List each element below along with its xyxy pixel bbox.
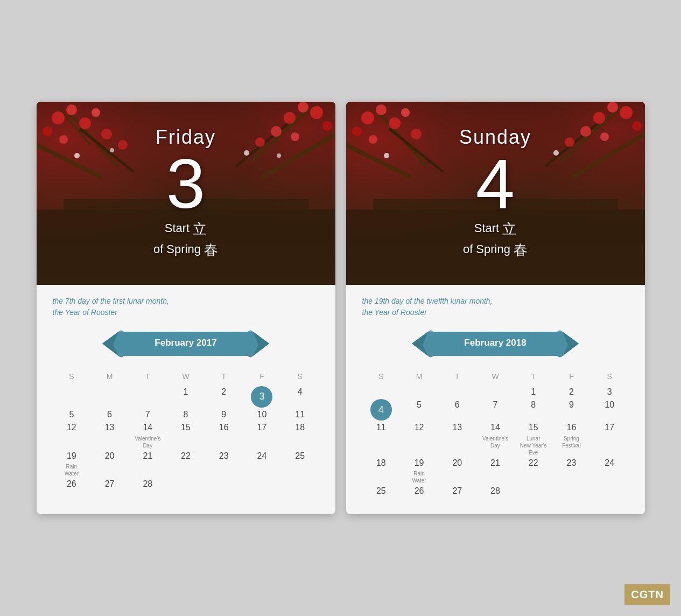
- cal-row: 25 26 27 28: [362, 485, 629, 497]
- cal-row: 1 2 3: [362, 386, 629, 398]
- lunar-text-left: the 7th day of the first lunar month,the…: [53, 296, 319, 318]
- cal-row: 5 6 7 8 9 10 11: [53, 409, 319, 421]
- highlighted-day-left: 3: [251, 386, 272, 408]
- day-number-left: 3: [166, 149, 205, 219]
- card-body-right: the 19th day of the twelfth lunar month,…: [346, 285, 645, 515]
- cal-row: 18 19 RainWater 20 21 22 23 24: [362, 457, 629, 484]
- cal-row: 1 2 3 4: [53, 386, 319, 408]
- card-header-left: Friday 3 Start 立 of Spring 春: [37, 102, 335, 285]
- lunar-text-right: the 19th day of the twelfth lunar month,…: [362, 296, 629, 318]
- cal-day-headers-left: S M T W T F S: [53, 369, 319, 383]
- cal-row: 12 13 14 Valentine'sDay 15 16 17 18: [53, 422, 319, 449]
- month-banner-left: February 2017: [53, 329, 319, 359]
- festival-text-right: Start 立 of Spring 春: [463, 219, 528, 261]
- cal-row: 4 5 6 7 8 9 10: [362, 399, 629, 421]
- month-label-right: February 2018: [464, 338, 526, 348]
- card-header-right: Sunday 4 Start 立 of Spring 春: [346, 102, 645, 285]
- month-label-left: February 2017: [155, 338, 216, 348]
- calendar-left: S M T W T F S 1 2 3: [53, 369, 319, 491]
- rain-water-label-left: RainWater: [65, 463, 79, 477]
- card-february-2017: Friday 3 Start 立 of Spring 春 the 7th day…: [37, 102, 335, 515]
- calendar-right: S M T W T F S 1 2 3: [362, 369, 629, 498]
- month-banner-right: February 2018: [362, 329, 629, 359]
- festival-text-left: Start 立 of Spring 春: [153, 219, 218, 261]
- cal-row: 26 27 28: [53, 478, 319, 490]
- header-content-left: Friday 3 Start 立 of Spring 春: [37, 102, 335, 285]
- header-content-right: Sunday 4 Start 立 of Spring 春: [346, 102, 645, 285]
- cal-row: 19 RainWater 20 21 22 23 24 25: [53, 450, 319, 477]
- card-february-2018: Sunday 4 Start 立 of Spring 春 the 19th da…: [346, 102, 645, 515]
- cal-day-headers-right: S M T W T F S: [362, 369, 629, 383]
- day-number-right: 4: [476, 149, 515, 219]
- cgtn-watermark: CGTN: [624, 584, 670, 605]
- rain-water-label-right: RainWater: [412, 470, 426, 484]
- card-body-left: the 7th day of the first lunar month,the…: [37, 285, 335, 508]
- highlighted-day-right: 4: [370, 399, 392, 421]
- cal-row: 11 12 13 14 Valentine'sDay 15 LunarNew Y…: [362, 422, 629, 456]
